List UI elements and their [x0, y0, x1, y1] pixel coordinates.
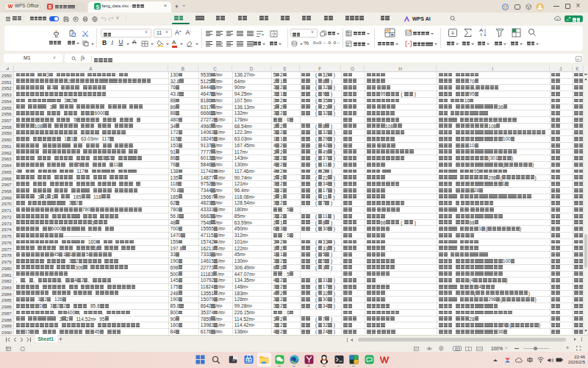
svg-text:fx: fx — [577, 57, 579, 61]
